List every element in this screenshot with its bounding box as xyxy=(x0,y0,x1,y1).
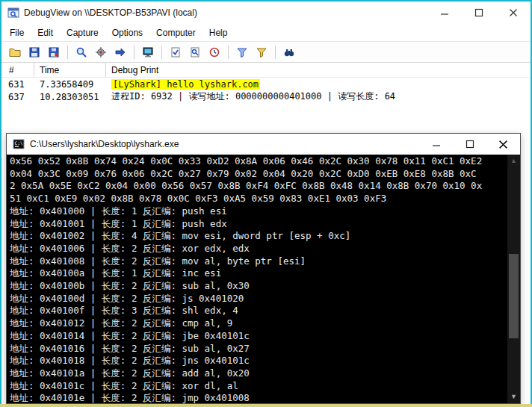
clock-icon xyxy=(208,46,220,58)
console-window: C:\ C:\Users\lyshark\Desktop\lyshark.exe… xyxy=(6,133,521,404)
binoculars-icon xyxy=(283,46,295,58)
autoscroll-button[interactable] xyxy=(167,44,185,60)
console-line: 地址: 0x401012 | 长度: 2 反汇编: cmp al, 9 xyxy=(10,317,520,330)
find-button[interactable] xyxy=(280,44,298,60)
console-line: 地址: 0x401008 | 长度: 2 反汇编: mov al, byte p… xyxy=(10,255,520,268)
maximize-button[interactable] xyxy=(462,1,496,24)
console-scrollbar[interactable]: ▲ ▼ xyxy=(507,155,520,403)
debugview-app-icon xyxy=(7,7,19,19)
toolbar xyxy=(1,41,531,63)
toolbar-separator xyxy=(134,46,134,59)
window-title: DebugView on \\DESKTOP-B53PAVI (local) xyxy=(24,7,427,18)
clock-time-button[interactable] xyxy=(205,44,223,60)
table-row[interactable]: 631 7.33658409 [LyShark] hello lyshark.c… xyxy=(1,78,531,90)
gear-icon xyxy=(95,46,107,58)
filter-button[interactable] xyxy=(253,44,270,60)
console-close-button[interactable] xyxy=(486,134,520,155)
bottom-edge-strip xyxy=(0,404,532,407)
scrollbar-thumb[interactable] xyxy=(509,254,519,338)
monitor-icon xyxy=(142,46,154,58)
console-line: 地址: 0x40100a | 长度: 1 反汇编: inc esi xyxy=(10,267,520,280)
console-line: 地址: 0x40101a | 长度: 2 反汇编: add al, 0x20 xyxy=(10,367,520,380)
console-line: 51 0xC1 0xE9 0x02 0x8B 0x78 0x0C 0xF3 0x… xyxy=(10,193,520,205)
funnel-highlight-icon xyxy=(236,46,248,58)
console-line: 地址: 0x40100b | 长度: 2 反汇编: sub al, 0x30 xyxy=(10,280,520,293)
toolbar-separator xyxy=(161,46,162,59)
console-line: 0x56 0x52 0x8B 0x74 0x24 0x0C 0x33 0xD2 … xyxy=(10,155,520,168)
console-titlebar[interactable]: C:\ C:\Users\lyshark\Desktop\lyshark.exe xyxy=(7,134,520,155)
document-magnifier-icon xyxy=(189,46,201,58)
passthrough-button[interactable] xyxy=(111,44,129,60)
highlighted-message: [LyShark] hello lyshark.com xyxy=(111,79,260,90)
floppy-log-icon xyxy=(48,46,60,58)
console-line: 2 0x5A 0x5E 0xC2 0x04 0x00 0x56 0x57 0x8… xyxy=(10,180,520,193)
menu-file[interactable]: File xyxy=(3,25,31,40)
toolbar-separator xyxy=(275,46,276,59)
table-row[interactable]: 637 10.28303051 进程ID: 6932 | 读写地址: 00000… xyxy=(1,90,531,103)
clipboard-check-icon xyxy=(170,46,182,58)
arrow-right-icon xyxy=(114,46,126,58)
console-line: 地址: 0x401014 | 长度: 2 反汇编: jbe 0x40101c xyxy=(10,330,520,343)
log-list: 631 7.33658409 [LyShark] hello lyshark.c… xyxy=(1,78,531,103)
console-line: 地址: 0x40100f | 长度: 3 反汇编: shl edx, 4 xyxy=(10,305,520,317)
console-title: C:\Users\lyshark\Desktop\lyshark.exe xyxy=(30,139,419,149)
magnifier-icon xyxy=(75,46,87,58)
scrollbar-up-arrow-icon[interactable]: ▲ xyxy=(507,155,520,167)
menu-options[interactable]: Options xyxy=(105,25,149,40)
funnel-icon xyxy=(256,46,267,58)
console-maximize-button[interactable] xyxy=(453,134,486,155)
console-line: 地址: 0x401001 | 长度: 1 反汇编: push edx xyxy=(10,218,520,231)
row-number: 637 xyxy=(1,92,34,102)
menu-capture[interactable]: Capture xyxy=(60,25,105,40)
console-minimize-button[interactable] xyxy=(419,134,453,155)
console-line: 0x04 0x3C 0x09 0x76 0x06 0x2C 0x27 0x79 … xyxy=(10,168,520,181)
toolbar-separator xyxy=(67,46,68,59)
log-to-file-button[interactable] xyxy=(45,44,63,60)
toolbar-separator xyxy=(228,46,229,59)
svg-text:C:\: C:\ xyxy=(15,140,23,146)
capture-win32-button[interactable] xyxy=(72,44,90,60)
console-line: 地址: 0x40101e | 长度: 2 反汇编: jmp 0x401008 xyxy=(10,392,520,403)
column-header-debug-print[interactable]: Debug Print xyxy=(106,63,531,77)
open-button[interactable] xyxy=(6,44,24,60)
console-line: 地址: 0x401016 | 长度: 2 反汇编: sub al, 0x27 xyxy=(10,343,520,355)
scrollbar-down-arrow-icon[interactable]: ▼ xyxy=(507,391,520,403)
menu-edit[interactable]: Edit xyxy=(31,25,60,40)
console-line: 地址: 0x40100d | 长度: 2 反汇编: js 0x401020 xyxy=(10,293,520,305)
capture-events-button[interactable] xyxy=(139,44,157,60)
menu-bar: File Edit Capture Options Computer Help xyxy=(1,24,531,41)
table-header: # Time Debug Print xyxy=(1,63,531,78)
row-time: 10.28303051 xyxy=(34,92,106,102)
console-line: 地址: 0x401018 | 长度: 2 反汇编: jns 0x40101c xyxy=(10,355,520,367)
column-header-number[interactable]: # xyxy=(1,63,34,77)
console-line: 地址: 0x401006 | 长度: 2 反汇编: xor edx, edx xyxy=(10,243,520,255)
console-line: 地址: 0x401002 | 长度: 4 反汇编: mov esi, dword… xyxy=(10,230,520,243)
minimize-button[interactable] xyxy=(427,1,462,24)
row-message: 进程ID: 6932 | 读写地址: 0000000000401000 | 读写… xyxy=(106,90,531,103)
debugview-titlebar[interactable]: DebugView on \\DESKTOP-B53PAVI (local) xyxy=(1,1,531,24)
menu-computer[interactable]: Computer xyxy=(149,25,202,40)
console-output[interactable]: 0x56 0x52 0x8B 0x74 0x24 0x0C 0x33 0xD2 … xyxy=(7,155,520,403)
close-button[interactable] xyxy=(496,1,531,24)
capture-kernel-button[interactable] xyxy=(92,44,110,60)
menu-help[interactable]: Help xyxy=(202,25,235,40)
filter-highlight-button[interactable] xyxy=(233,44,251,60)
console-line: 地址: 0x40101c | 长度: 2 反汇编: xor dl, al xyxy=(10,380,520,393)
save-button[interactable] xyxy=(25,44,43,60)
folder-icon xyxy=(9,46,21,58)
console-line: 地址: 0x401000 | 长度: 1 反汇编: push esi xyxy=(10,205,520,218)
history-depth-button[interactable] xyxy=(186,44,204,60)
row-message: [LyShark] hello lyshark.com xyxy=(106,79,531,90)
cmd-icon: C:\ xyxy=(13,138,25,150)
row-number: 631 xyxy=(1,79,34,90)
floppy-icon xyxy=(28,46,40,58)
column-header-time[interactable]: Time xyxy=(34,63,106,77)
row-time: 7.33658409 xyxy=(34,79,106,90)
